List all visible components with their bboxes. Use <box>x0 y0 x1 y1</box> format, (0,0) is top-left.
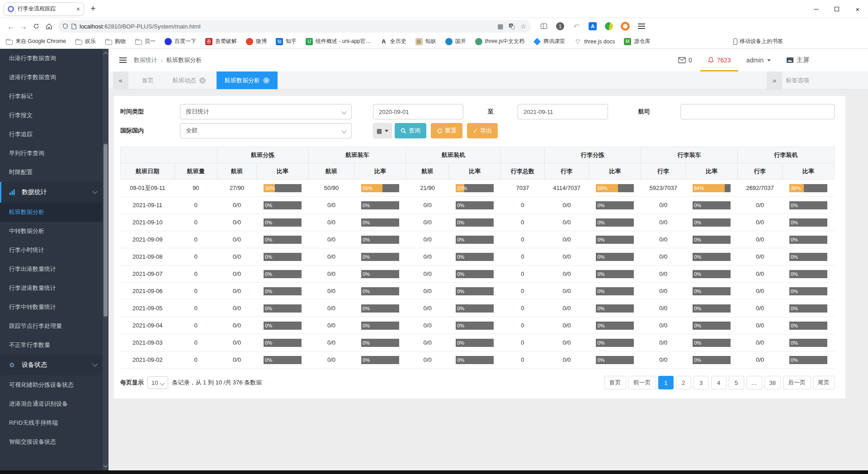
page-button[interactable]: 38 <box>764 376 781 389</box>
bookmark-weibo[interactable]: 微博 <box>246 38 267 45</box>
scrollbar-thumb[interactable] <box>104 144 108 317</box>
reset-button[interactable]: 重置 <box>431 123 462 138</box>
search-button[interactable]: 查询 <box>395 123 426 138</box>
sidebar-item-rfid-handheld-terminal[interactable]: RFID无线手持终端 <box>0 413 108 432</box>
sidebar-item-abnormal-baggage-count[interactable]: 不正常行李数量 <box>0 336 108 355</box>
date-to-input[interactable] <box>518 104 608 119</box>
column-header[interactable]: 航班 <box>406 163 449 180</box>
intl-domestic-select[interactable]: 全部 <box>180 123 352 138</box>
page-button[interactable]: 1 <box>658 376 674 389</box>
extension-badge[interactable]: 1 <box>555 21 565 31</box>
bookmark-uniapp[interactable]: U组件概述 - uni-app官… <box>306 38 371 45</box>
table-row[interactable]: 2021-09-1000/00%0/00%0/00%00/00%0/00%0/0… <box>121 214 835 231</box>
column-header[interactable]: 航班 <box>308 163 354 180</box>
close-icon[interactable]: × <box>199 77 206 84</box>
translate-icon[interactable]: A <box>509 23 515 29</box>
sidebar-item-arrival-mixed-channel-device[interactable]: 进港混合通道识别设备 <box>0 394 108 413</box>
table-row[interactable]: 2021-09-0700/00%0/00%0/00%00/00%0/00%0/0… <box>121 265 835 283</box>
new-tab-button[interactable]: + <box>90 4 96 14</box>
columns-grid-button[interactable]: ▦ <box>373 123 392 138</box>
page-tab-home[interactable]: 首页 <box>134 71 162 89</box>
sidebar-group-device-status[interactable]: ⚙设备状态 <box>0 355 108 375</box>
page-icon[interactable] <box>71 24 76 29</box>
bookmark-threejs-docs[interactable]: ▽three.js docs <box>574 38 615 45</box>
notifications-button[interactable]: 7623 <box>708 49 731 71</box>
sidebar-item-time-limit-config[interactable]: 时限配置 <box>0 163 108 182</box>
per-page-select[interactable]: 10 <box>147 376 168 389</box>
page-button[interactable]: 后一页 <box>783 376 811 389</box>
page-button[interactable]: 3 <box>693 376 709 389</box>
table-row[interactable]: 2021-09-0800/00%0/00%0/00%00/00%0/00%0/0… <box>121 248 835 265</box>
sidebar-item-baggage-trace[interactable]: 行李追踪 <box>0 125 108 144</box>
bookmark-guokai[interactable]: 国开 <box>445 38 466 45</box>
bookmark-star-icon[interactable]: ☆ <box>520 23 526 30</box>
table-row[interactable]: 2021-09-0400/00%0/00%0/00%00/00%0/00%0/0… <box>121 317 835 334</box>
table-row[interactable]: 2021-09-0500/00%0/00%0/00%00/00%0/00%0/0… <box>121 300 835 317</box>
bookmark-allhistory[interactable]: A全历史 <box>380 38 406 45</box>
minimize-button[interactable] <box>806 0 826 18</box>
maximize-button[interactable] <box>826 0 847 18</box>
mobile-bookmarks[interactable]: 移动设备上的书签 <box>733 38 783 45</box>
column-header[interactable]: 比率 <box>449 163 501 180</box>
column-header[interactable]: 比率 <box>257 163 309 180</box>
scroll-down-icon[interactable] <box>104 463 108 468</box>
sidebar-scrollbar[interactable] <box>103 49 108 470</box>
bookmark-threejs-cn[interactable]: three.js中文文档 <box>475 38 524 45</box>
column-header[interactable]: 比率 <box>782 163 834 180</box>
sidebar-item-arrive-baggage-query[interactable]: 进港行李数据查询 <box>0 68 108 87</box>
bookmark-zhihu[interactable]: 知知乎 <box>276 38 297 45</box>
time-type-select[interactable]: 按日统计 <box>180 104 352 119</box>
sidebar-item-baggage-arrive-count[interactable]: 行李进港数量统计 <box>0 279 108 298</box>
column-header[interactable]: 行李 <box>738 163 783 180</box>
column-header[interactable]: 行李 <box>641 163 686 180</box>
browser-menu-icon[interactable] <box>637 21 646 31</box>
sidebar-item-baggage-message[interactable]: 行李报文 <box>0 106 108 125</box>
column-header[interactable]: 行李总数 <box>501 163 545 180</box>
bookmark-folder[interactable]: 购物 <box>105 38 126 45</box>
table-row[interactable]: 2021-09-0600/00%0/00%0/00%00/00%0/00%0/0… <box>121 283 835 300</box>
page-button[interactable]: … <box>746 376 762 389</box>
sidebar-item-smart-handover-device[interactable]: 智能交接设备状态 <box>0 432 108 451</box>
back-icon[interactable]: ← <box>5 20 17 33</box>
bookmark-tencent-class[interactable]: 腾讯课堂 <box>533 38 565 45</box>
tabs-scroll-right-button[interactable]: » <box>767 71 782 89</box>
date-from-input[interactable] <box>373 104 463 119</box>
bookmark-folder[interactable]: 来自 Google Chrome <box>5 38 66 45</box>
scroll-up-icon[interactable] <box>104 52 108 57</box>
messages-button[interactable]: 0 <box>678 57 692 64</box>
home-icon[interactable] <box>42 20 55 33</box>
page-button[interactable]: 2 <box>676 376 691 389</box>
translate-extension-icon[interactable]: A <box>588 21 598 31</box>
airline-input[interactable] <box>680 104 835 119</box>
green-extension-icon[interactable] <box>604 21 614 31</box>
window-close-button[interactable]: × <box>847 0 868 18</box>
table-row[interactable]: 2021-09-0300/00%0/00%0/00%00/00%0/00%0/0… <box>121 334 835 351</box>
main-screen-button[interactable]: 主屏 <box>786 56 809 64</box>
sidebar-item-baggage-transfer-count[interactable]: 行李中转数量统计 <box>0 298 108 317</box>
bookmark-52pojie[interactable]: 吾吾爱破解 <box>205 38 237 45</box>
column-header[interactable]: 航班量 <box>175 163 217 180</box>
tabs-scroll-left-button[interactable]: « <box>113 71 128 89</box>
bookmark-yuanck[interactable]: M源仓库 <box>624 38 650 45</box>
address-bar[interactable]: localhost:62810/BOP-PLUS/System/main.htm… <box>58 20 531 33</box>
table-row[interactable]: 09-01至09-119027/9030%50/9056%21/9023%703… <box>121 180 835 197</box>
sidebar-item-node-baggage-volume[interactable]: 跟踪节点行李处理量 <box>0 317 108 336</box>
sidebar-item-baggage-hour-stats[interactable]: 行李小时统计 <box>0 241 108 260</box>
sidebar-item-baggage-mark[interactable]: 行李标记 <box>0 87 108 106</box>
page-button[interactable]: 首页 <box>604 376 626 389</box>
column-header[interactable]: 航班日期 <box>121 163 175 180</box>
page-tab-flight-data-analysis[interactable]: 航班数据分析× <box>217 71 278 89</box>
browser-tab[interactable]: 行李全流程跟踪 × <box>4 2 84 16</box>
column-header[interactable]: 航班 <box>217 163 256 180</box>
qr-code-icon[interactable]: ▦ <box>497 23 503 30</box>
profile-avatar[interactable] <box>620 21 630 31</box>
export-button[interactable]: ✓ 导出 <box>467 123 498 138</box>
page-button[interactable]: 前一页 <box>628 376 656 389</box>
sidebar-item-transfer-data-analysis[interactable]: 中转数据分析 <box>0 222 108 241</box>
menu-toggle-icon[interactable] <box>119 57 127 63</box>
tab-options-button[interactable]: 标签选项 <box>786 71 809 89</box>
column-header[interactable]: 行李 <box>544 163 589 180</box>
undo-icon[interactable]: ↶ <box>571 21 581 31</box>
column-header[interactable]: 比率 <box>354 163 406 180</box>
page-button[interactable]: 4 <box>711 376 726 389</box>
